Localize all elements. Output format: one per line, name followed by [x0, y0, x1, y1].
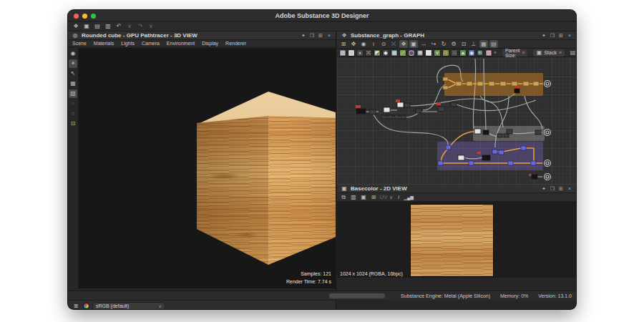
link-create-icon[interactable]: ❖ [399, 40, 408, 48]
search-icon[interactable]: ⊙ [379, 40, 388, 48]
close-icon[interactable]: × [566, 31, 573, 39]
save-icon[interactable]: ▥ [104, 23, 112, 31]
2d-canvas[interactable]: 1024 x 1024 (RGBA, 16bpc) [337, 202, 576, 278]
normal-node-icon[interactable]: ⬜ [425, 49, 432, 57]
blend-node-icon[interactable]: ◉ [468, 49, 475, 57]
export-icon[interactable]: ⊞ [369, 193, 378, 201]
grid-snap-icon[interactable]: ▦ [479, 40, 488, 48]
float-window-icon[interactable]: ❐ [549, 185, 556, 192]
3d-view-title: Rounded cube - GPU Pathtracer - 3D VIEW [82, 32, 197, 39]
float-window-icon[interactable]: ❐ [308, 31, 316, 39]
channel-shuffle-node-icon[interactable]: ⤬ [365, 49, 372, 57]
minimize-window-button[interactable] [82, 14, 87, 19]
zoom-window-button[interactable] [91, 14, 96, 19]
portal-icon[interactable]: ⊡ [459, 40, 468, 48]
straight-links-icon[interactable]: ↔ [419, 40, 428, 48]
bars-node-icon[interactable]: ▥ [485, 49, 492, 57]
info-icon[interactable]: i [369, 40, 378, 48]
memory-status: Memory: 0% [500, 293, 528, 298]
menu-scene[interactable]: Scene [72, 41, 87, 46]
curved-links-icon[interactable]: ↪ [429, 40, 438, 48]
move-tool-icon[interactable]: ✥ [349, 40, 358, 48]
timer-icon[interactable]: ↻ [439, 40, 448, 48]
redo-icon[interactable]: ↷ [136, 23, 145, 31]
maximize-icon[interactable]: ⊞ [557, 185, 565, 192]
layers-icon[interactable]: ⧉ [339, 193, 348, 201]
node-view-icon[interactable]: ▣ [409, 40, 418, 48]
pin-icon[interactable]: ✦ [540, 185, 547, 192]
texture-resolution-label: 1024 x 1024 (RGBA, 16bpc) [340, 271, 403, 276]
save-image-icon[interactable]: ▥ [349, 193, 358, 201]
3d-viewport[interactable]: Samples: 121 Render Time: 7.74 s [79, 48, 336, 288]
display-settings-icon[interactable]: ⊡ [69, 119, 77, 128]
graph-frames[interactable] [437, 73, 545, 170]
frame-tool-icon[interactable]: ⊞ [339, 40, 348, 48]
pin-icon[interactable]: ✦ [300, 31, 307, 39]
pyramid-node-icon[interactable]: ▲ [459, 49, 467, 57]
graph-output-nodes[interactable] [545, 81, 551, 180]
3d-view-header[interactable]: ◍ Rounded cube - GPU Pathtracer - 3D VIE… [68, 31, 336, 40]
sphere-icon[interactable]: ○ [69, 99, 77, 108]
graph-header[interactable]: ❖ Substance_graph - GRAPH ✦❐⊞× [337, 31, 576, 40]
menu-camera[interactable]: Camera [142, 41, 160, 46]
close-icon[interactable]: × [326, 31, 333, 39]
version-label: Version: 13.1.0 [538, 293, 572, 298]
tile-node-icon[interactable]: ▦ [416, 49, 424, 57]
paint-icon[interactable]: ⊥ [469, 40, 478, 48]
align-icon[interactable]: ▤ [489, 40, 498, 48]
float-window-icon[interactable]: ❐ [549, 31, 556, 39]
undo-menu-chevron[interactable]: ∨ [125, 23, 134, 31]
light-icon[interactable]: ☀ [69, 59, 77, 68]
select-icon[interactable]: ↖ [69, 69, 77, 78]
maximize-icon[interactable]: ⊞ [557, 31, 565, 39]
close-icon[interactable]: × [566, 185, 573, 192]
menu-materials[interactable]: Materials [94, 41, 114, 46]
environment-light-icon[interactable]: ◌ [69, 109, 77, 118]
snapshot-icon[interactable]: ◉ [359, 40, 368, 48]
blur-node-icon[interactable]: ◗ [356, 49, 364, 57]
undo-icon[interactable]: ↶ [114, 23, 123, 31]
2d-view-header[interactable]: ▣ Basecolor - 2D VIEW ✦❐⊞× [337, 185, 576, 193]
pane-3d-view: ◍ Rounded cube - GPU Pathtracer - 3D VIE… [68, 31, 336, 300]
copy-image-icon[interactable]: ▣ [359, 193, 368, 201]
unlink-icon[interactable]: ⤫ [389, 40, 398, 48]
directional-blur-node-icon[interactable]: ◆ [382, 49, 389, 57]
noise-node-icon[interactable]: ▩ [391, 49, 398, 57]
grid-node-icon[interactable]: ⊞ [477, 49, 484, 57]
maximize-icon[interactable]: ⊞ [317, 31, 324, 39]
table-view-icon[interactable]: ▤ [570, 49, 576, 57]
gradient-node-icon[interactable]: ◩ [374, 49, 381, 57]
new-substance-icon[interactable]: ▣ [82, 23, 91, 31]
more-nodes-chevron[interactable]: » [494, 50, 497, 55]
slope-blur-node-icon[interactable]: ⟋ [399, 49, 406, 57]
parent-size-button[interactable]: Parent Size: » [502, 49, 528, 57]
color-profile-select[interactable]: sRGB (default) ∨ [92, 302, 165, 309]
pin-icon[interactable]: ✦ [540, 31, 547, 39]
redo-menu-chevron[interactable]: ∨ [147, 23, 155, 31]
layers-icon[interactable]: ≣ [72, 302, 80, 309]
app-logo-icon[interactable]: ❖ [72, 23, 80, 31]
graph-canvas[interactable] [337, 57, 576, 185]
menu-display[interactable]: Display [202, 41, 218, 46]
wrench-icon[interactable]: ⚙ [449, 40, 458, 48]
uniform-color-node-icon[interactable]: ▢ [348, 49, 355, 57]
stack-button[interactable]: ▣ Stack » [533, 49, 564, 57]
info-icon[interactable]: i [394, 193, 403, 201]
3d-view-menu-bar: SceneMaterialsLightsCameraEnvironmentDis… [68, 40, 336, 47]
splatter-node-icon[interactable]: ⁘ [442, 49, 449, 57]
open-icon[interactable]: ▤ [93, 23, 102, 31]
camera-icon[interactable]: ◉ [69, 49, 77, 58]
texture-icon[interactable]: ▧ [69, 89, 77, 98]
menu-renderer[interactable]: Renderer [225, 41, 246, 46]
menu-lights[interactable]: Lights [121, 41, 135, 46]
bitmap-node-icon[interactable]: ▨ [339, 49, 346, 57]
warp-node-icon[interactable]: ⋎ [434, 49, 441, 57]
histogram-icon[interactable]: ▁▄▆ [404, 193, 413, 201]
material-icon[interactable]: ▦ [69, 79, 77, 88]
close-window-button[interactable] [74, 14, 79, 19]
shape-node-icon[interactable]: ◯ [408, 49, 415, 57]
main-toolbar: ❖▣▤▥↶∨↷∨ [68, 22, 576, 31]
menu-environment[interactable]: Environment [167, 41, 195, 46]
levels-node-icon[interactable]: ◌ [451, 49, 458, 57]
uv-mode-select[interactable]: UV [379, 193, 388, 201]
